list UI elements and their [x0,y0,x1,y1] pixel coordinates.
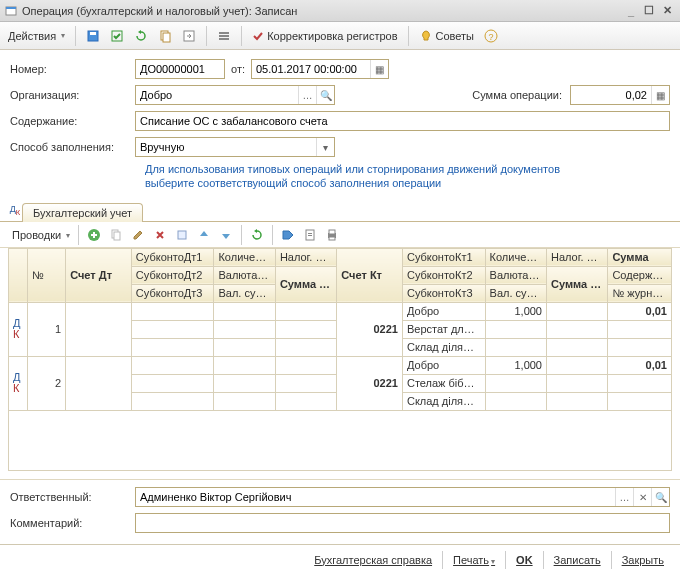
dtkt-icon: ДК [9,302,28,356]
main-toolbar: Действия▾ Корректировка регистров Советы… [0,22,680,50]
content-label: Содержание: [10,115,135,127]
grid-header: № Счет Дт СубконтоДт1 Количес… Налог. н…… [9,248,672,302]
form-header: Номер: от: ▦ Организация: … 🔍 Сумма опер… [0,50,680,201]
print-icon[interactable] [321,224,343,246]
svg-rect-3 [90,32,96,35]
copy-icon[interactable] [154,25,176,47]
edit-icon[interactable] [127,224,149,246]
svg-rect-15 [114,232,120,240]
svg-rect-9 [219,35,229,37]
content-field[interactable] [135,111,670,131]
help-icon[interactable]: ? [480,25,502,47]
svg-rect-6 [163,33,170,42]
move-down-icon[interactable] [215,224,237,246]
doc-icon[interactable] [299,224,321,246]
select-icon[interactable]: … [615,488,633,506]
refresh-icon[interactable] [130,25,152,47]
svg-rect-16 [178,231,186,239]
fill-label: Способ заполнения: [10,141,135,153]
clear-icon[interactable]: ✕ [633,488,651,506]
go-icon[interactable] [178,25,200,47]
clone-icon[interactable] [105,224,127,246]
button-bar: Бухгалтерская справка Печать▾ OK Записат… [0,544,680,574]
date-field[interactable]: ▦ [251,59,389,79]
postings-grid: № Счет Дт СубконтоДт1 Количес… Налог. н…… [0,248,680,471]
dtkt-icon: ДК [9,356,28,410]
ok-button[interactable]: OK [516,554,533,566]
resp-label: Ответственный: [10,491,135,503]
comment-label: Комментарий: [10,517,135,529]
tips-button[interactable]: Советы [415,25,478,47]
close-button[interactable]: ✕ [658,4,676,17]
form-footer: Ответственный: … ✕ 🔍 Комментарий: [0,479,680,544]
number-field[interactable] [135,59,225,79]
postings-toolbar: Проводки▾ [0,222,680,248]
toggle-icon[interactable] [171,224,193,246]
save-icon[interactable] [82,25,104,47]
svg-rect-22 [329,237,335,240]
svg-text:?: ? [489,32,494,42]
org-field[interactable]: … 🔍 [135,85,335,105]
svg-rect-18 [308,233,312,234]
dropdown-icon[interactable]: ▾ [316,138,334,156]
select-icon[interactable]: … [298,86,316,104]
open-icon[interactable]: 🔍 [651,488,669,506]
delete-icon[interactable] [149,224,171,246]
sum-op-field[interactable]: ▦ [570,85,670,105]
table-row[interactable]: ДК 1 0221 Добро 1,000 0,01 [9,302,672,320]
dtkt-marker-icon: ДК [8,201,22,221]
settings-icon[interactable] [246,224,268,246]
window-icon [4,4,18,18]
postings-menu[interactable]: Проводки▾ [8,224,74,246]
actions-menu[interactable]: Действия▾ [4,25,69,47]
svg-rect-10 [219,38,229,40]
svg-rect-1 [6,7,16,9]
fill-hint: Для использования типовых операций или с… [10,162,670,191]
write-button[interactable]: Записать [554,554,601,566]
correct-registers-button[interactable]: Корректировка регистров [248,25,401,47]
calendar-icon[interactable]: ▦ [370,60,388,78]
table-row[interactable]: ДК 2 0221 Добро 1,000 0,01 [9,356,672,374]
maximize-button[interactable]: ☐ [640,4,658,17]
comment-field[interactable] [135,513,670,533]
number-label: Номер: [10,63,135,75]
fill-select[interactable]: ▾ [135,137,335,157]
window-titlebar: Операция (бухгалтерский и налоговый учет… [0,0,680,22]
tab-accounting[interactable]: Бухгалтерский учет [22,203,143,222]
report-link[interactable]: Бухгалтерская справка [314,554,432,566]
resp-field[interactable]: … ✕ 🔍 [135,487,670,507]
move-up-icon[interactable] [193,224,215,246]
print-button[interactable]: Печать▾ [453,554,495,566]
org-label: Организация: [10,89,135,101]
list-icon[interactable] [213,25,235,47]
svg-rect-8 [219,32,229,34]
minimize-button[interactable]: _ [622,5,640,17]
sum-op-label: Сумма операции: [472,89,562,101]
close-form-button[interactable]: Закрыть [622,554,664,566]
calc-icon[interactable]: ▦ [651,86,669,104]
open-icon[interactable]: 🔍 [316,86,334,104]
svg-rect-19 [308,235,312,236]
svg-rect-21 [329,230,335,234]
add-icon[interactable] [83,224,105,246]
window-title: Операция (бухгалтерский и налоговый учет… [22,5,622,17]
from-label: от: [231,63,245,75]
tab-bar: ДК Бухгалтерский учет [0,201,680,222]
toggle-active-icon[interactable] [106,25,128,47]
tag-icon[interactable] [277,224,299,246]
